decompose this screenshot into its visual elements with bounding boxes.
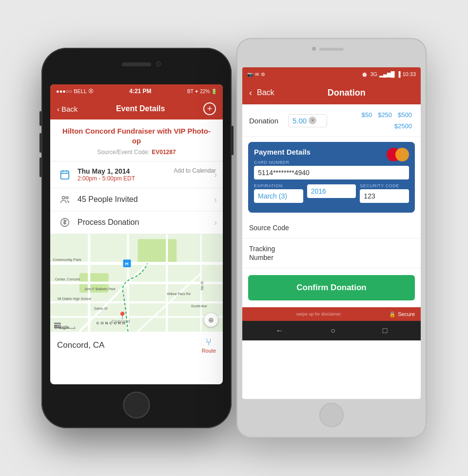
map-compass-icon[interactable]: ⊕ [204, 313, 218, 327]
source-code-row[interactable]: Source Code [242, 218, 421, 238]
route-button[interactable]: ⑂ Route [202, 337, 216, 354]
source-code-label: Source Code [249, 224, 289, 232]
dollar-icon [57, 217, 73, 228]
signal-bars-icon: ▂▄▆█ [379, 71, 395, 78]
android-back-nav-button[interactable]: ← [275, 326, 283, 335]
svg-text:Salvio St: Salvio St [94, 307, 108, 310]
iphone-black: ●●●○○ BELL ⦿ 4:21 PM BT ✦ 22% 🔋 ‹ Back E… [41, 48, 232, 428]
android-bottom-nav: ← ○ □ [242, 321, 421, 340]
android-back-label[interactable]: Back [257, 88, 274, 97]
svg-point-5 [66, 197, 68, 199]
preset-500-button[interactable]: $500 [396, 110, 414, 119]
donation-input[interactable]: 5.00 × [288, 114, 327, 127]
map-area[interactable]: Community Park Center, Concord John F Ba… [50, 234, 223, 332]
calendar-icon [57, 169, 73, 180]
donation-row-chevron-icon: › [214, 218, 217, 228]
signal-indicator: ●●●○○ BELL ⦿ [56, 88, 94, 94]
secure-bar: swipe up for disclaimer 🔒 Secure [242, 307, 421, 321]
clear-amount-button[interactable]: × [309, 117, 316, 124]
date-row[interactable]: Thu May 1, 2014 2:00pm - 5:00pm EDT Add … [50, 161, 223, 188]
event-title-section: Hilton Concord Fundraiser with VIP Photo… [50, 119, 223, 161]
mute-switch [39, 111, 41, 126]
android-home-button[interactable] [319, 403, 344, 427]
tracking-number-label: TrackingNumber [249, 245, 275, 261]
network-type-indicator: 3G [370, 71, 377, 77]
people-content: 45 People Invited [78, 195, 216, 204]
add-button[interactable]: + [203, 102, 216, 115]
camera-notification-icon: 📷 [247, 72, 253, 77]
expiration-input[interactable]: March (3) [254, 189, 303, 203]
phones-container: ●●●○○ BELL ⦿ 4:21 PM BT ✦ 22% 🔋 ‹ Back E… [41, 38, 427, 438]
google-logo: Google [54, 325, 69, 330]
iphone-camera [156, 61, 161, 66]
location-bar: Concord, CA ⑂ Route [50, 332, 223, 358]
secure-label: 🔒 Secure [389, 311, 415, 317]
settings-notification-icon: ⚙ [261, 72, 265, 77]
android-camera [312, 47, 316, 51]
svg-rect-33 [54, 323, 61, 324]
event-title: Hilton Concord Fundraiser with VIP Photo… [58, 126, 215, 145]
android-recent-nav-button[interactable]: □ [383, 326, 388, 335]
security-field: SECURITY CODE 123 [360, 183, 409, 207]
date-content: Thu May 1, 2014 2:00pm - 5:00pm EDT Add … [78, 167, 216, 182]
process-donation-label: Process Donation [78, 218, 216, 227]
donation-amount-row: Donation 5.00 × $50 $250 $500 $2500 [242, 104, 421, 137]
back-chevron-icon: ‹ [57, 105, 59, 113]
iphone-speaker [122, 62, 151, 66]
event-code: Source/Event Code: EV01287 [58, 147, 215, 156]
svg-text:John F Baldwin Park: John F Baldwin Park [84, 287, 116, 291]
power-button [232, 126, 234, 155]
expiration-label: EXPIRATION [254, 183, 303, 188]
add-to-calendar[interactable]: Add to Calendar [174, 167, 216, 174]
confirm-donation-button[interactable]: Confirm Donation [248, 275, 415, 300]
people-row-chevron-icon: › [214, 195, 217, 205]
svg-text:Mt Diablo High School: Mt Diablo High School [58, 297, 91, 301]
security-code-input[interactable]: 123 [360, 189, 409, 203]
iphone-screen: ●●●○○ BELL ⦿ 4:21 PM BT ✦ 22% 🔋 ‹ Back E… [50, 84, 223, 384]
battery-indicator: BT ✦ 22% 🔋 [187, 89, 217, 94]
mastercard-logo [387, 148, 409, 161]
clock: 4:21 PM [129, 88, 151, 95]
svg-text:Center, Concord: Center, Concord [55, 278, 80, 281]
nav-bar: ‹ Back Event Details + [50, 98, 223, 119]
city-label: Concord, CA [57, 340, 104, 350]
payment-card: Payment Details CARD NUMBER 5114********… [248, 142, 415, 213]
route-label: Route [202, 348, 216, 354]
svg-rect-0 [61, 171, 69, 179]
svg-point-4 [62, 197, 65, 199]
android-screen: 📷 ✉ ⚙ ⏰ 3G ▂▄▆█ ▐ 10:33 ‹ Back Donation [242, 67, 421, 399]
status-icons: ⏰ 3G ▂▄▆█ ▐ 10:33 [361, 71, 416, 78]
preset-50-button[interactable]: $50 [359, 110, 374, 119]
android-back-button[interactable]: ‹ [249, 88, 252, 98]
home-button[interactable] [123, 392, 150, 418]
preset-2500-button[interactable]: $2500 [392, 121, 414, 131]
donation-amount: 5.00 [292, 117, 307, 125]
people-row[interactable]: 45 People Invited › [50, 188, 223, 211]
status-bar: ●●●○○ BELL ⦿ 4:21 PM BT ✦ 22% 🔋 [50, 84, 223, 98]
donation-row[interactable]: Process Donation › [50, 211, 223, 234]
volume-down-button [39, 158, 41, 177]
svg-text:Willow Pass Rd: Willow Pass Rd [167, 292, 191, 296]
donation-label: Donation [249, 117, 283, 125]
card-row-bottom: EXPIRATION March (3) 2016 SECURITY CODE [254, 183, 409, 207]
back-button[interactable]: ‹ Back [57, 105, 78, 113]
alarm-icon: ⏰ [361, 71, 368, 78]
preset-250-button[interactable]: $250 [376, 110, 394, 119]
date-row-chevron-icon: › [214, 170, 217, 180]
tracking-number-row[interactable]: TrackingNumber [242, 238, 421, 268]
message-notification-icon: ✉ [255, 72, 259, 77]
card-number-field[interactable]: 5114********4940 [254, 166, 409, 179]
event-date: Thu May 1, 2014 [78, 167, 135, 175]
android-nav-title: Donation [279, 88, 414, 98]
confirm-donation-label: Confirm Donation [296, 283, 367, 292]
event-code-label: Source/Event Code: [97, 149, 149, 156]
people-icon [57, 194, 73, 205]
plus-icon: + [207, 104, 213, 114]
android-white: 📷 ✉ ⚙ ⏰ 3G ▂▄▆█ ▐ 10:33 ‹ Back Donation [236, 38, 427, 438]
svg-rect-8 [137, 239, 176, 263]
android-home-nav-button[interactable]: ○ [331, 326, 335, 335]
notification-icons: 📷 ✉ ⚙ [247, 72, 265, 77]
back-label: Back [61, 105, 78, 113]
year-input[interactable]: 2016 [307, 184, 356, 198]
event-time: 2:00pm - 5:00pm EDT [78, 175, 135, 182]
